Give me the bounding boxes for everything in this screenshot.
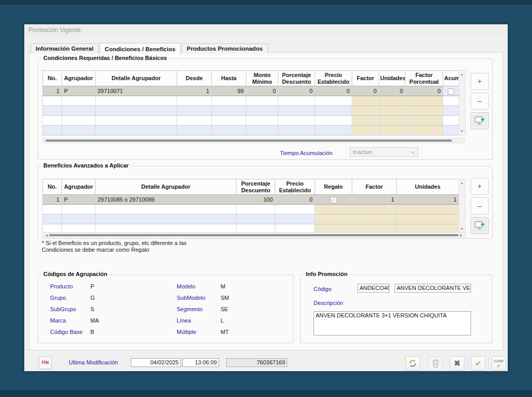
- benefits-empty-row[interactable]: [43, 205, 459, 215]
- code-item: ProductoP: [50, 283, 99, 290]
- col-precio-establecido: Precio Establecido: [275, 179, 315, 195]
- scrollbar-thumb[interactable]: [45, 140, 452, 142]
- benefits-header-row: No. Agrupador Detalle Agrupador Porcenta…: [43, 179, 459, 195]
- cell-porcentaje-descuento: 0: [278, 86, 315, 96]
- code-item: GrupoG: [50, 295, 99, 301]
- conditions-empty-row[interactable]: [43, 116, 459, 126]
- code-item: Código BaseB: [50, 329, 99, 335]
- col-unidades: Unidades: [379, 71, 405, 86]
- cell-unidades: 1: [397, 195, 459, 205]
- ultima-modificacion-label: Ultima Modificación: [69, 359, 118, 365]
- code-label: Producto: [50, 283, 90, 290]
- conditions-row-selected[interactable]: 1 P 29710071 1 99 0 0 0 0 0 0: [43, 86, 459, 96]
- code-label: Línea: [177, 317, 221, 324]
- desktop-background: Promoción Vigente Información General Co…: [0, 0, 532, 397]
- codes-column-right: ModeloM SubModeloSM SegmentoSE LíneaL Mú…: [177, 283, 229, 335]
- code-item: ModeloM: [177, 283, 229, 290]
- nombre-promocion-input[interactable]: ANVEN DECOLORANTE VERSION: [395, 284, 471, 293]
- code-value: L: [221, 317, 224, 324]
- groupbox-title: Beneficios Avanzados a Aplicar: [41, 162, 131, 169]
- fin-button[interactable]: FIN: [39, 356, 52, 369]
- benefits-empty-row[interactable]: [43, 215, 459, 224]
- toolbar-separator: [488, 357, 489, 370]
- tab-productos-promocionados[interactable]: Productos Promocionados: [182, 43, 268, 54]
- benefits-add-row-button[interactable]: +: [471, 178, 489, 195]
- conditions-empty-row[interactable]: [43, 96, 459, 106]
- scroll-up-icon[interactable]: ▲: [459, 180, 465, 186]
- tiempo-acumulacion-select[interactable]: Inactivo: [350, 147, 418, 157]
- col-hasta: Hasta: [212, 71, 246, 86]
- tab-condiciones-beneficios[interactable]: Condiciones / Beneficios: [100, 43, 181, 54]
- scroll-down-icon[interactable]: ▼: [459, 129, 465, 134]
- window-title: Promoción Vigente: [24, 24, 508, 37]
- accept-button[interactable]: ✔: [471, 356, 486, 371]
- conditions-empty-row[interactable]: [43, 126, 459, 135]
- scrollbar-thumb[interactable]: [49, 234, 459, 236]
- codigo-label: Código: [314, 286, 332, 292]
- delete-button[interactable]: [428, 356, 443, 371]
- refresh-button[interactable]: [405, 356, 420, 371]
- cell-hasta: 99: [212, 86, 246, 96]
- tabpage-condiciones-beneficios: Condiciones Requeridas / Beneficios Bási…: [29, 52, 503, 350]
- cell-acum: [443, 86, 459, 96]
- benefits-row-selected[interactable]: 1 P 29710085 o 29710089 100 0 ✓ 1 1: [43, 195, 459, 205]
- code-item: LíneaL: [177, 317, 229, 324]
- scroll-down-icon[interactable]: ▼: [459, 226, 465, 232]
- confirm-button[interactable]: CONF ✔: [492, 356, 506, 371]
- conditions-add-row-button[interactable]: +: [471, 73, 489, 90]
- scroll-left-icon[interactable]: ◄: [44, 233, 49, 237]
- conditions-remove-row-button[interactable]: –: [471, 93, 489, 110]
- groupbox-info-promocion: Info Promoción Código ANDECO4O ANVEN DEC…: [300, 274, 492, 343]
- hora-modificacion-field[interactable]: 13:06:09: [182, 358, 219, 367]
- promocion-vigente-window: Promoción Vigente Información General Co…: [24, 24, 508, 371]
- cell-precio-establecido: 0: [275, 195, 315, 205]
- benefits-remove-row-button[interactable]: –: [471, 197, 489, 215]
- tab-strip: Información General Condiciones / Benefi…: [30, 42, 269, 54]
- code-label: Modelo: [177, 283, 221, 290]
- acum-checkbox-unchecked[interactable]: [448, 88, 454, 95]
- groupbox-condiciones-requeridas: Condiciones Requeridas / Beneficios Bási…: [38, 58, 493, 160]
- code-label: Segmento: [177, 306, 221, 313]
- col-factor-porcentual: Factor Porcentual: [405, 71, 443, 86]
- cell-agrupador: P: [62, 195, 96, 205]
- groupbox-title: Info Promoción: [304, 271, 350, 277]
- cell-precio-establecido: 0: [315, 86, 352, 96]
- scroll-right-icon[interactable]: ►: [459, 233, 463, 237]
- tiempo-acumulacion-value: Inactivo: [353, 149, 372, 155]
- col-acum: Acum: [443, 71, 459, 86]
- codigo-input[interactable]: ANDECO4O: [357, 284, 389, 293]
- fecha-modificacion-field[interactable]: 04/02/2025: [131, 358, 181, 367]
- cell-desde: 1: [177, 86, 212, 96]
- background-top-strip: [0, 0, 532, 5]
- check-icon: ✔: [475, 359, 482, 368]
- conditions-horizontal-scrollbar[interactable]: [42, 138, 465, 143]
- code-label: Marca: [50, 317, 90, 324]
- groupbox-beneficios-avanzados: Beneficios Avanzados a Aplicar No. Agrup…: [38, 166, 493, 239]
- regalo-checkbox-checked[interactable]: ✓: [331, 197, 337, 203]
- benefits-vertical-scrollbar[interactable]: ▲ ▼: [459, 179, 465, 233]
- code-label: Grupo: [50, 295, 90, 301]
- benefits-table[interactable]: No. Agrupador Detalle Agrupador Porcenta…: [42, 179, 459, 234]
- cell-factor: 1: [352, 195, 397, 205]
- groupbox-title: Códigos de Agrupación: [41, 271, 109, 277]
- conditions-vertical-scrollbar[interactable]: ▲ ▼: [459, 70, 465, 135]
- conditions-empty-row[interactable]: [43, 106, 459, 116]
- tab-informacion-general[interactable]: Información General: [30, 43, 99, 54]
- code-value: MA: [90, 317, 99, 324]
- cancel-button[interactable]: ✖: [450, 356, 464, 371]
- conditions-table[interactable]: No. Agrupador Detalle Agrupador Desde Ha…: [42, 70, 459, 135]
- cross-icon: ✖: [454, 359, 461, 368]
- code-item: MúltipleMT: [177, 329, 229, 335]
- descripcion-label: Descripción: [314, 300, 343, 306]
- col-detalle-agrupador: Detalle Agrupador: [96, 179, 237, 195]
- benefits-export-button[interactable]: [471, 217, 489, 234]
- code-label: Múltiple: [177, 329, 221, 335]
- code-item: MarcaMA: [50, 317, 99, 324]
- conditions-export-button[interactable]: [471, 112, 489, 129]
- col-factor: Factor: [352, 179, 397, 195]
- descripcion-textarea[interactable]: ANVEN DECOLORANTE 3+1 VERSION CHIQUITA: [314, 311, 471, 335]
- benefits-horizontal-scrollbar[interactable]: ◄ ►: [42, 232, 465, 238]
- scroll-up-icon[interactable]: ▲: [459, 72, 465, 77]
- code-item: SubGrupoS: [50, 306, 99, 313]
- col-agrupador: Agrupador: [62, 71, 96, 86]
